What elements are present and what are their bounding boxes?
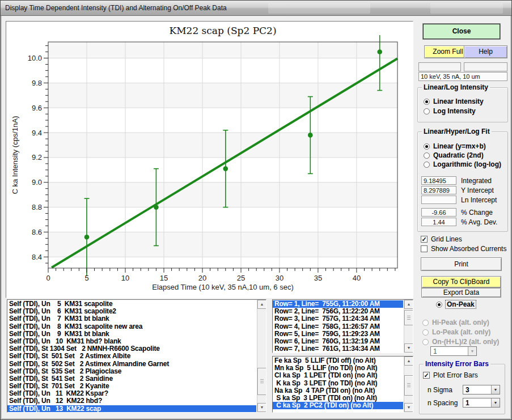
list-item[interactable]: Mn ka Sp 5 LLIF (no TDI) (no Alt) — [273, 364, 403, 372]
avg-dev-label: % Avg. Dev. — [461, 218, 497, 226]
help-button[interactable]: Help — [464, 45, 507, 58]
n-sigma-dropdown[interactable]: 3 ▼ — [463, 385, 500, 394]
radio-icon — [436, 302, 442, 308]
list-item[interactable]: Self (TDI), Un 12 KM22 hbd? — [7, 397, 256, 405]
list-item[interactable]: Self (TDI), St 501 Set 2 Astimex Albite — [7, 353, 256, 360]
ln-intercept-field — [421, 196, 456, 204]
avg-dev-field: 1.44 — [421, 218, 456, 226]
list-item[interactable]: Cl ka Sp 1 LPET (TDI on) (no Alt) — [273, 372, 403, 379]
sample-listbox: Self (TDI), Un 5 KM31 scapoliteSelf (TDI… — [7, 299, 266, 413]
export-data-button[interactable]: Export Data — [421, 288, 501, 298]
n-spacing-dropdown[interactable]: 1 ▼ — [463, 398, 500, 408]
svg-text:KM22 scap (Sp2 PC2): KM22 scap (Sp2 PC2) — [169, 25, 276, 36]
copy-to-clipboard-button[interactable]: Copy To ClipBoard — [421, 276, 501, 288]
chevron-down-icon: ▼ — [491, 385, 500, 394]
error-bars-group: Intensity Error Bars ✓ Plot Error Bars n… — [419, 364, 505, 414]
list-item[interactable]: Row= 1, Line= 755G, 11:20:00 AM — [273, 300, 403, 308]
beam-conditions-field: 10 keV, 35 nA, 10 um — [418, 72, 507, 81]
radio-log-intensity[interactable]: Log Intensity — [424, 107, 476, 115]
scroll-up-button[interactable]: ▲ — [257, 300, 266, 309]
radio-logarithmic-fit[interactable]: Logarithmic (log-log) — [424, 160, 501, 168]
scroll-down-button[interactable]: ▼ — [257, 403, 266, 412]
svg-text:5: 5 — [84, 274, 88, 282]
scroll-up-button[interactable]: ▲ — [404, 300, 413, 309]
integrated-label: Integrated — [461, 177, 492, 185]
svg-text:35: 35 — [314, 274, 322, 282]
list-item[interactable]: Self (TDI), Un 10 KM31 hbd? blank — [7, 338, 256, 345]
print-button[interactable]: Print — [421, 257, 502, 271]
scrollbar-thumb[interactable] — [404, 375, 413, 396]
svg-text:20: 20 — [198, 274, 206, 282]
checkbox-icon — [421, 245, 428, 252]
scroll-down-button[interactable]: ▼ — [404, 343, 413, 353]
background-window-ghost — [268, 3, 370, 14]
sample-list-scrollbar[interactable]: ▲ ▼ — [257, 300, 266, 412]
radio-icon — [424, 143, 430, 150]
svg-text:10: 10 — [121, 274, 129, 282]
list-item[interactable]: Self (TDI), St 502 Set 2 Astimex Almandi… — [7, 360, 256, 368]
list-item[interactable]: Row= 3, Line= 757G, 11:24:34 AM — [273, 315, 403, 323]
svg-text:8.4: 8.4 — [32, 253, 42, 261]
group-title: Linear/Log Intensity — [422, 83, 490, 91]
list-item[interactable]: S ka Sp 3 LPET (TDI on) (no Alt) — [273, 394, 403, 402]
radio-linear-intensity[interactable]: Linear Intensity — [424, 97, 484, 105]
svg-text:9.0: 9.0 — [32, 178, 42, 186]
element-list-scrollbar[interactable]: ▲ ▼ — [404, 357, 413, 412]
list-item[interactable]: Self (TDI), St 1304 Set 2 NMNH-R6600 Sca… — [7, 345, 256, 353]
list-item[interactable]: Self (TDI), St 701 Set 2 Kyanite — [7, 383, 256, 390]
list-item[interactable]: Self (TDI), Un 11 KM22 Kspar? — [7, 390, 256, 397]
svg-text:9.2: 9.2 — [32, 153, 42, 162]
row-list-scrollbar[interactable]: ▲ ▼ — [404, 300, 413, 353]
list-item[interactable]: Self (TDI), Un 9 KM31 bt blank — [7, 330, 256, 338]
radio-icon — [422, 329, 429, 336]
on-hl-radio: On-(H+L)/2 (alt. only) — [422, 338, 499, 346]
spare-box-2 — [464, 62, 507, 71]
list-item[interactable]: K ka Sp 3 LPET (no TDI) (no Alt) — [273, 380, 403, 387]
y-intercept-label: Y Intercept — [461, 186, 494, 194]
chart-point — [308, 133, 313, 138]
list-item[interactable]: Self (TDI), Un 7 KM31 bt blank — [7, 315, 256, 323]
ln-intercept-label: Ln Intercept — [461, 196, 497, 204]
title-bar[interactable]: Display Time Dependent Intensity (TDI) a… — [1, 1, 512, 16]
background-window-ghost — [430, 3, 503, 14]
list-item[interactable]: Row= 5, Line= 759G, 11:29:23 AM — [273, 330, 403, 338]
show-absorbed-checkbox[interactable]: Show Absorbed Currents — [421, 245, 506, 253]
scrollbar-thumb[interactable] — [404, 310, 413, 325]
scrollbar-thumb[interactable] — [257, 368, 266, 395]
percent-change-label: % Change — [461, 209, 493, 217]
list-item[interactable]: C ka Sp 2 PC2 (TDI on) (no Alt) — [273, 402, 403, 409]
list-item[interactable]: Self (TDI), Un 13 KM22 scap — [7, 405, 256, 413]
radio-quadratic-fit[interactable]: Quadratic (2nd) — [424, 151, 484, 159]
chevron-down-icon: ▼ — [468, 347, 476, 355]
scroll-down-button[interactable]: ▼ — [404, 403, 413, 412]
hi-peak-radio: Hi-Peak (alt. only) — [422, 319, 489, 326]
list-item[interactable]: Self (TDI), Un 6 KM31 scapolite2 — [7, 308, 256, 315]
list-item[interactable]: Row= 2, Line= 756G, 11:22:20 AM — [273, 308, 403, 315]
list-item[interactable]: Na ka Sp 4 TAP (TDI on) (no Alt) — [273, 387, 403, 394]
fit-mode-group: Linear/Hyper/Log Fit Linear (y=mx+b) Qua… — [417, 131, 508, 232]
scroll-up-button[interactable]: ▲ — [404, 357, 413, 366]
list-item[interactable]: Row= 4, Line= 758G, 11:26:57 AM — [273, 323, 403, 330]
element-listbox: Fe ka Sp 5 LLIF (TDI off) (no Alt)Mn ka … — [272, 356, 413, 413]
on-peak-radio[interactable]: On-Peak — [436, 300, 476, 308]
radio-icon — [424, 99, 430, 105]
svg-text:9.8: 9.8 — [32, 79, 42, 87]
svg-text:8.6: 8.6 — [32, 228, 42, 236]
n-spacing-label: n Spacing — [428, 399, 458, 407]
grid-lines-checkbox[interactable]: ✓ Grid Lines — [421, 235, 462, 243]
close-button[interactable]: Close — [423, 24, 500, 39]
list-item[interactable]: Self (TDI), Un 5 KM31 scapolite — [7, 300, 256, 308]
svg-text:9.6: 9.6 — [32, 104, 42, 112]
spare-box-1 — [418, 62, 461, 71]
chart-point — [84, 235, 90, 240]
list-item[interactable]: Self (TDI), Un 8 KM31 scapolite new area — [7, 323, 256, 330]
plot-error-bars-checkbox[interactable]: ✓ Plot Error Bars — [423, 371, 478, 379]
list-item[interactable]: Row= 7, Line= 761G, 11:34:34 AM — [273, 345, 403, 353]
list-item[interactable]: Row= 6, Line= 760G, 11:32:19 AM — [273, 338, 403, 345]
svg-text:8.8: 8.8 — [32, 203, 42, 211]
list-item[interactable]: Self (TDI), St 535 Set 2 Plagioclase — [7, 368, 256, 375]
list-item[interactable]: Fe ka Sp 5 LLIF (TDI off) (no Alt) — [273, 357, 403, 364]
svg-text:10.0: 10.0 — [28, 54, 42, 62]
list-item[interactable]: Self (TDI), St 541 Set 2 Sanidine — [7, 375, 256, 383]
radio-linear-fit[interactable]: Linear (y=mx+b) — [424, 142, 486, 150]
